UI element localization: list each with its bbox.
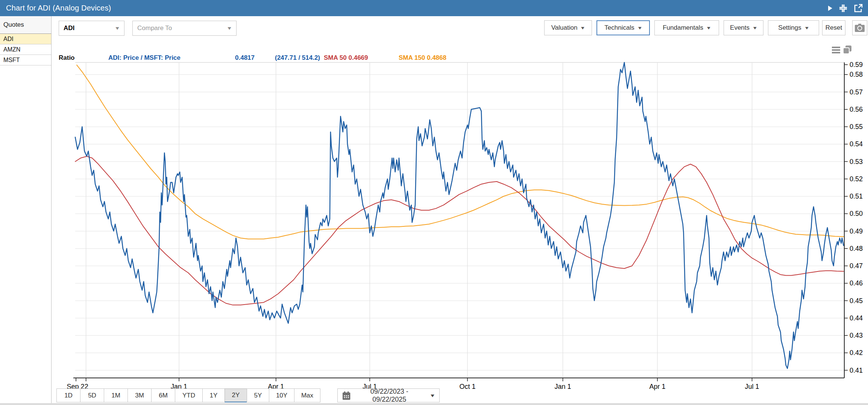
window-bottom-edge [0, 403, 868, 405]
svg-text:0.51: 0.51 [850, 193, 863, 200]
date-range-text: 09/22/2023 - 09/22/2025 [355, 388, 423, 403]
range-button-5y[interactable]: 5Y [247, 388, 269, 402]
svg-text:Apr 1: Apr 1 [649, 383, 666, 390]
range-button-5d[interactable]: 5D [80, 388, 104, 402]
range-button-2y[interactable]: 2Y [225, 388, 247, 402]
range-button-1d[interactable]: 1D [56, 388, 80, 402]
range-button-ytd[interactable]: YTD [175, 388, 203, 402]
svg-text:0.46: 0.46 [850, 279, 863, 287]
svg-text:0.42: 0.42 [850, 349, 863, 356]
svg-text:0.56: 0.56 [850, 106, 863, 113]
svg-text:0.55: 0.55 [850, 123, 863, 130]
range-button-1m[interactable]: 1M [104, 388, 128, 402]
range-button-10y[interactable]: 10Y [269, 388, 294, 402]
chevron-down-icon: ▼ [429, 393, 436, 398]
svg-text:0.57: 0.57 [850, 88, 863, 96]
svg-text:0.59: 0.59 [850, 61, 863, 68]
svg-text:Jul 1: Jul 1 [745, 383, 759, 390]
date-range-button[interactable]: 09/22/2023 - 09/22/2025 ▼ [337, 388, 440, 402]
svg-text:0.44: 0.44 [850, 314, 863, 322]
svg-text:Jan 1: Jan 1 [555, 383, 571, 390]
range-button-1y[interactable]: 1Y [202, 388, 225, 402]
range-button-6m[interactable]: 6M [151, 388, 175, 402]
svg-text:0.53: 0.53 [850, 158, 863, 165]
range-button-max[interactable]: Max [294, 388, 320, 402]
svg-text:0.49: 0.49 [850, 228, 863, 235]
svg-text:0.50: 0.50 [850, 210, 863, 217]
range-button-3m[interactable]: 3M [127, 388, 152, 402]
svg-text:0.48: 0.48 [850, 245, 863, 252]
svg-text:0.45: 0.45 [850, 297, 863, 305]
svg-text:0.54: 0.54 [850, 140, 863, 148]
svg-text:0.43: 0.43 [850, 332, 863, 339]
calendar-icon [342, 391, 351, 400]
svg-text:0.52: 0.52 [850, 175, 863, 183]
price-chart[interactable]: 0.590.580.570.560.550.540.530.520.510.50… [0, 0, 868, 405]
svg-text:0.58: 0.58 [850, 71, 863, 78]
svg-text:Oct 1: Oct 1 [459, 383, 475, 390]
svg-text:0.41: 0.41 [850, 367, 863, 374]
svg-text:0.47: 0.47 [850, 262, 863, 270]
